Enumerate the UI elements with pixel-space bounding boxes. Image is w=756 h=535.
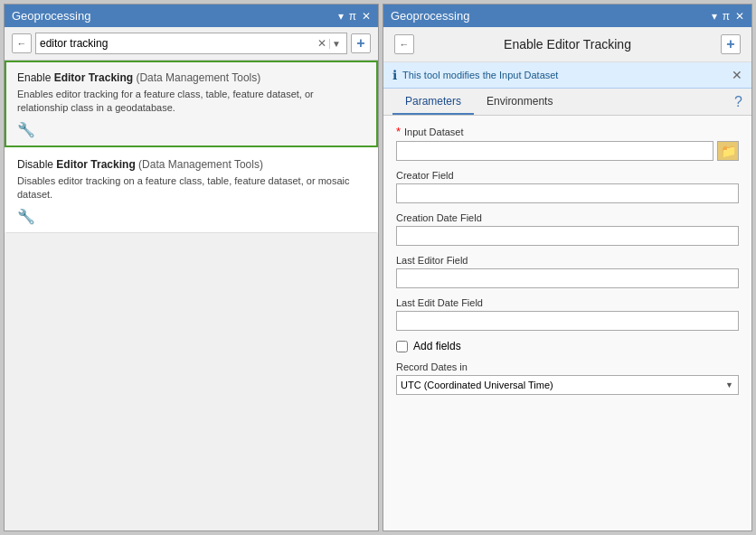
right-panel-title: Geoprocessing (391, 9, 469, 23)
results-list: Enable Editor Tracking (Data Management … (5, 61, 378, 530)
result-desc-1: Enables editor tracking for a feature cl… (17, 88, 365, 116)
folder-button[interactable]: 📁 (717, 141, 739, 161)
left-panel-title-group: Geoprocessing (12, 9, 90, 23)
result-title-disable: Disable Editor Tracking (Data Management… (17, 158, 365, 171)
result-category-2: (Data Management Tools) (136, 158, 263, 171)
result-desc-2: Disables editor tracking on a feature cl… (17, 174, 365, 202)
pin-icon[interactable]: π (349, 10, 356, 23)
search-input-wrapper: ✕ ▼ (35, 33, 347, 54)
left-geoprocessing-panel: Geoprocessing ▾ π ✕ ← ✕ ▼ + Enable Edito… (4, 4, 379, 531)
search-dropdown-button[interactable]: ▼ (329, 39, 343, 49)
result-prefix-1: Enable (17, 71, 54, 84)
record-dates-field: Record Dates in UTC (Coordinated Univers… (396, 361, 739, 395)
result-item-enable-editor-tracking[interactable]: Enable Editor Tracking (Data Management … (5, 61, 378, 147)
tool-icon-1: 🔧 (17, 121, 365, 138)
search-clear-button[interactable]: ✕ (315, 37, 329, 50)
search-add-button[interactable]: + (351, 33, 371, 53)
last-editor-field-label: Last Editor Field (396, 255, 739, 266)
creation-date-field-label: Creation Date Field (396, 212, 739, 223)
input-dataset-input[interactable] (396, 141, 713, 161)
right-panel-header: Geoprocessing ▾ π ✕ (383, 5, 751, 27)
result-prefix-2: Disable (17, 158, 56, 171)
creator-field-input[interactable] (396, 183, 739, 203)
right-geoprocessing-panel: Geoprocessing ▾ π ✕ ← Enable Editor Trac… (383, 4, 752, 531)
info-message: This tool modifies the Input Dataset (402, 70, 558, 80)
right-panel-title-group: Geoprocessing (391, 9, 469, 23)
info-bar: ℹ This tool modifies the Input Dataset ✕ (383, 62, 751, 89)
info-bar-left: ℹ This tool modifies the Input Dataset (392, 68, 558, 82)
form-body: * Input Dataset 📁 Creator Field Creation… (383, 116, 751, 530)
left-panel-header: Geoprocessing ▾ π ✕ (5, 5, 378, 27)
last-edit-date-field-input[interactable] (396, 311, 739, 331)
info-close-button[interactable]: ✕ (732, 68, 742, 82)
info-icon: ℹ (392, 68, 397, 82)
record-dates-dropdown[interactable]: UTC (Coordinated Universal Time) DATABAS… (396, 375, 739, 395)
creator-field-label: Creator Field (396, 170, 739, 181)
record-dates-dropdown-wrapper: UTC (Coordinated Universal Time) DATABAS… (396, 375, 739, 395)
required-star: * (396, 125, 401, 138)
result-category-1: (Data Management Tools) (133, 71, 260, 84)
right-pin-icon[interactable]: π (723, 10, 730, 23)
results-scroll-area: Enable Editor Tracking (Data Management … (5, 61, 378, 530)
creator-field-field: Creator Field (396, 170, 739, 203)
result-bold-2: Editor Tracking (56, 158, 135, 171)
result-bold-1: Editor Tracking (54, 71, 133, 84)
search-input[interactable] (40, 37, 315, 50)
right-minimize-icon[interactable]: ▾ (712, 10, 717, 23)
last-edit-date-field-field: Last Edit Date Field (396, 297, 739, 331)
creation-date-field-field: Creation Date Field (396, 212, 739, 246)
back-button[interactable]: ← (12, 33, 32, 53)
left-panel-title: Geoprocessing (12, 9, 90, 23)
last-edit-date-field-label: Last Edit Date Field (396, 297, 739, 308)
input-dataset-field: * Input Dataset 📁 (396, 125, 739, 161)
input-dataset-label: * Input Dataset (396, 125, 739, 138)
tool-title-bar: ← Enable Editor Tracking + (383, 27, 751, 62)
last-editor-field-field: Last Editor Field (396, 255, 739, 288)
add-fields-label: Add fields (413, 340, 461, 352)
add-fields-checkbox[interactable] (396, 341, 408, 352)
minimize-icon[interactable]: ▾ (338, 10, 344, 23)
input-dataset-input-row: 📁 (396, 141, 739, 161)
tab-environments[interactable]: Environments (474, 89, 565, 115)
tab-parameters[interactable]: Parameters (392, 89, 474, 115)
tool-title-text: Enable Editor Tracking (421, 37, 713, 52)
search-bar: ← ✕ ▼ + (5, 27, 378, 61)
help-icon[interactable]: ? (734, 94, 742, 110)
close-icon[interactable]: ✕ (362, 10, 371, 23)
tabs-left: Parameters Environments (392, 89, 565, 115)
record-dates-label: Record Dates in (396, 361, 739, 372)
right-close-icon[interactable]: ✕ (735, 10, 744, 23)
result-title-enable: Enable Editor Tracking (Data Management … (17, 71, 365, 84)
tabs-bar: Parameters Environments ? (383, 89, 751, 116)
add-fields-row: Add fields (396, 340, 739, 352)
tool-icon-2: 🔧 (17, 208, 365, 225)
right-back-button[interactable]: ← (394, 34, 414, 54)
right-add-button[interactable]: + (721, 34, 741, 54)
left-panel-header-icons: ▾ π ✕ (338, 10, 371, 23)
right-panel-body: ← Enable Editor Tracking + ℹ This tool m… (383, 27, 751, 530)
result-item-disable-editor-tracking[interactable]: Disable Editor Tracking (Data Management… (5, 147, 378, 233)
creation-date-field-input[interactable] (396, 226, 739, 246)
last-editor-field-input[interactable] (396, 268, 739, 288)
right-panel-header-icons: ▾ π ✕ (712, 10, 744, 23)
